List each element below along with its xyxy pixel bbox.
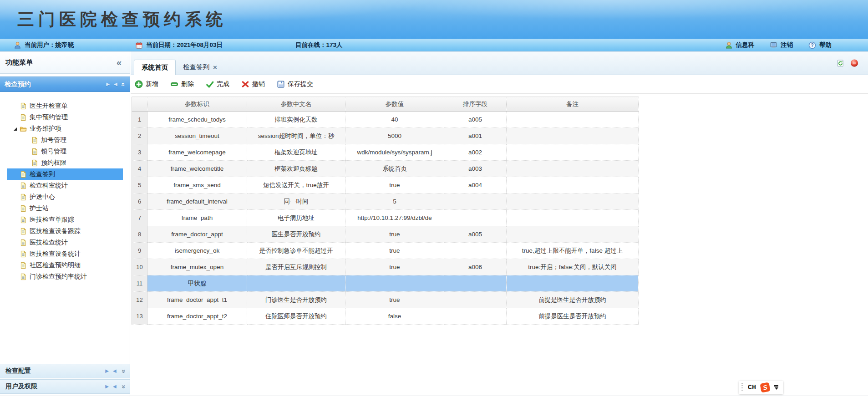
table-row[interactable]: 13 frame_doctor_appt_t2 住院医师是否开放预约 false…: [132, 308, 639, 325]
sidebar-collapse-icon[interactable]: «: [117, 58, 122, 67]
triangle-left-icon[interactable]: ◀: [113, 384, 117, 389]
param-value-cell[interactable]: true: [345, 177, 444, 193]
expand-down-icon[interactable]: «: [119, 385, 126, 388]
table-row[interactable]: 2 session_timeout session超时时间，单位：秒 5000 …: [132, 128, 639, 144]
expand-caret-icon[interactable]: [13, 103, 20, 109]
tree-item[interactable]: 加号管理: [7, 134, 123, 146]
param-value-cell[interactable]: [345, 275, 444, 292]
param-id-cell[interactable]: frame_doctor_appt_t2: [147, 308, 247, 325]
param-name-cell[interactable]: 短信发送开关，true放开: [247, 177, 345, 193]
sort-field-cell[interactable]: a006: [444, 259, 507, 275]
param-id-cell[interactable]: frame_path: [147, 210, 247, 226]
column-header-param-value[interactable]: 参数值: [345, 97, 444, 112]
tree-item[interactable]: 医技检查单跟踪: [7, 214, 123, 225]
param-name-cell[interactable]: 排班实例化天数: [247, 112, 345, 128]
param-id-cell[interactable]: frame_doctor_appt: [147, 226, 247, 243]
param-id-cell[interactable]: 甲状腺: [147, 275, 247, 292]
remark-cell[interactable]: true,超过上限不能开单，false 超过上: [507, 243, 639, 259]
table-row[interactable]: 5 frame_sms_send 短信发送开关，true放开 true a004: [132, 177, 639, 193]
panel-header-users-permissions[interactable]: 用户及权限 ▶ ◀ «: [0, 379, 130, 394]
expand-caret-icon[interactable]: [24, 148, 31, 155]
table-row[interactable]: 3 frame_welcomepage 框架欢迎页地址 wdk/module/s…: [132, 144, 639, 161]
tab-exam-checkin[interactable]: 检查签到 ×: [176, 59, 224, 75]
expand-caret-icon[interactable]: [24, 137, 31, 143]
sort-field-cell[interactable]: a003: [444, 161, 507, 177]
table-row[interactable]: 11 甲状腺: [132, 275, 639, 292]
expand-caret-icon[interactable]: [13, 194, 20, 200]
remark-cell[interactable]: [507, 210, 639, 226]
param-value-cell[interactable]: http://10.10.1.27:99/dzbl/de: [345, 210, 444, 226]
tree-item[interactable]: 护士站: [7, 203, 123, 214]
tree-item[interactable]: 医生开检查单: [7, 100, 123, 112]
sort-field-cell[interactable]: [444, 210, 507, 226]
expand-caret-icon[interactable]: [13, 217, 20, 223]
sort-field-cell[interactable]: a002: [444, 144, 507, 161]
triangle-right-icon[interactable]: ▶: [105, 384, 109, 389]
table-row[interactable]: 9 isemergency_ok 是否控制急诊单不能超过开 true true,…: [132, 243, 639, 259]
param-id-cell[interactable]: frame_welcometitle: [147, 161, 247, 177]
param-name-cell[interactable]: 同一时间: [247, 193, 345, 210]
tree-item[interactable]: 门诊检查预约率统计: [7, 271, 123, 282]
param-id-cell[interactable]: frame_welcomepage: [147, 144, 247, 161]
column-header-sort-field[interactable]: 排序字段: [444, 97, 507, 112]
table-row[interactable]: 1 frame_schedu_todys 排班实例化天数 40 a005: [132, 112, 639, 128]
sort-field-cell[interactable]: a005: [444, 226, 507, 243]
table-row[interactable]: 10 frame_mutex_open 是否开启互斥规则控制 true a006…: [132, 259, 639, 275]
param-id-cell[interactable]: frame_schedu_todys: [147, 112, 247, 128]
param-name-cell[interactable]: 电子病历地址: [247, 210, 345, 226]
tab-system-home[interactable]: 系统首页: [134, 60, 176, 75]
tree-item[interactable]: 社区检查预约明细: [7, 260, 123, 271]
help-link[interactable]: ? 帮助: [808, 41, 832, 49]
param-value-cell[interactable]: 5000: [345, 128, 444, 144]
param-name-cell[interactable]: 框架欢迎页地址: [247, 144, 345, 161]
remark-cell[interactable]: [507, 144, 639, 161]
sort-field-cell[interactable]: a001: [444, 128, 507, 144]
expand-caret-icon[interactable]: [13, 228, 20, 234]
param-name-cell[interactable]: 门诊医生是否开放预约: [247, 292, 345, 308]
param-name-cell[interactable]: 框架欢迎页标题: [247, 161, 345, 177]
sogou-logo-icon[interactable]: S: [760, 382, 770, 392]
expand-caret-icon[interactable]: [13, 274, 20, 280]
table-row[interactable]: 6 frame_default_interval 同一时间 5: [132, 193, 639, 210]
save-submit-button[interactable]: 保存提交: [277, 80, 313, 88]
undo-button[interactable]: 撤销: [241, 80, 265, 88]
expand-caret-icon[interactable]: [24, 160, 31, 166]
expand-caret-icon[interactable]: [13, 239, 20, 246]
remark-cell[interactable]: [507, 161, 639, 177]
triangle-right-icon[interactable]: ▶: [106, 82, 110, 87]
triangle-left-icon[interactable]: ◀: [113, 369, 117, 373]
sort-field-cell[interactable]: [444, 308, 507, 325]
param-value-cell[interactable]: wdk/module/sys/sysparam.j: [345, 144, 444, 161]
tree-item[interactable]: 医技检查统计: [7, 237, 123, 248]
sort-field-cell[interactable]: [444, 292, 507, 308]
column-header-param-id[interactable]: 参数标识: [147, 97, 247, 112]
param-value-cell[interactable]: true: [345, 292, 444, 308]
collapse-up-icon[interactable]: «: [120, 82, 127, 86]
param-value-cell[interactable]: 40: [345, 112, 444, 128]
remark-cell[interactable]: [507, 193, 639, 210]
triangle-left-icon[interactable]: ◀: [114, 82, 117, 87]
panel-header-exam-config[interactable]: 检查配置 ▶ ◀ «: [0, 364, 130, 378]
param-name-cell[interactable]: [247, 275, 345, 292]
expand-caret-icon[interactable]: [13, 183, 20, 189]
param-id-cell[interactable]: frame_doctor_appt_t1: [147, 292, 247, 308]
remark-cell[interactable]: [507, 226, 639, 243]
tree-item[interactable]: 检查签到: [7, 168, 123, 180]
tree-item[interactable]: 检查科室统计: [7, 180, 123, 191]
table-row[interactable]: 8 frame_doctor_appt 医生是否开放预约 true a005: [132, 226, 639, 243]
expand-caret-icon[interactable]: [13, 114, 20, 121]
remark-cell[interactable]: [507, 275, 639, 292]
sort-field-cell[interactable]: a005: [444, 112, 507, 128]
logout-link[interactable]: 注销: [770, 41, 793, 49]
add-button[interactable]: 新增: [135, 80, 158, 88]
expand-down-icon[interactable]: «: [119, 369, 126, 373]
column-header-remark[interactable]: 备注: [507, 97, 639, 112]
tree-item[interactable]: 锁号管理: [7, 146, 123, 157]
remark-cell[interactable]: [507, 177, 639, 193]
param-name-cell[interactable]: session超时时间，单位：秒: [247, 128, 345, 144]
remark-cell[interactable]: 前提是医生是否开放预约: [507, 308, 639, 325]
tab-close-icon[interactable]: ×: [213, 64, 217, 71]
param-name-cell[interactable]: 是否开启互斥规则控制: [247, 259, 345, 275]
param-value-cell[interactable]: false: [345, 308, 444, 325]
param-id-cell[interactable]: session_timeout: [147, 128, 247, 144]
